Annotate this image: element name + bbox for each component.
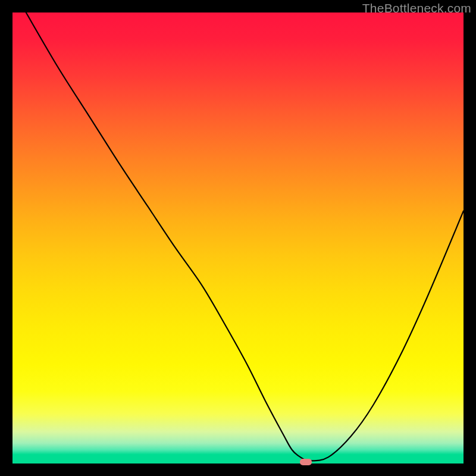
plot-area — [12, 12, 464, 464]
watermark-text: TheBottleneck.com — [362, 1, 471, 15]
optimal-marker — [300, 459, 312, 465]
chart-container: TheBottleneck.com — [0, 0, 476, 476]
bottleneck-curve — [12, 12, 464, 464]
